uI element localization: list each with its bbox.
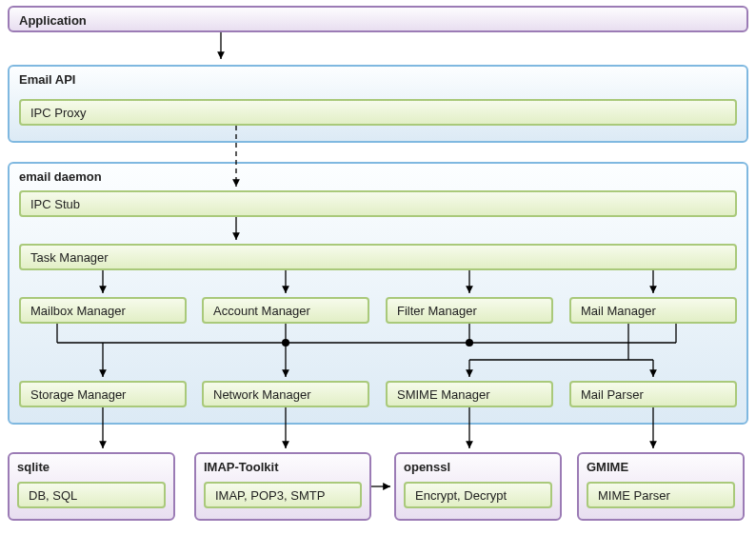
ipc-stub-label: IPC Stub <box>30 197 80 211</box>
gmime-inner-box: MIME Parser <box>587 482 735 508</box>
filter-manager-box: Filter Manager <box>386 297 553 324</box>
imap-toolkit-title: IMAP-Toolkit <box>204 460 278 474</box>
mail-manager-box: Mail Manager <box>569 297 737 324</box>
mail-parser-label: Mail Parser <box>581 387 644 402</box>
openssl-inner-box: Encrypt, Decrypt <box>404 482 552 508</box>
network-manager-box: Network Manager <box>202 381 369 407</box>
mail-manager-label: Mail Manager <box>581 304 656 318</box>
ipc-proxy-label: IPC Proxy <box>30 106 87 120</box>
gmime-inner-label: MIME Parser <box>598 488 670 503</box>
openssl-inner-label: Encrypt, Decrypt <box>415 488 507 503</box>
email-daemon-title: email daemon <box>19 169 737 184</box>
account-manager-box: Account Manager <box>202 297 369 324</box>
mailbox-manager-box: Mailbox Manager <box>19 297 187 324</box>
account-manager-label: Account Manager <box>213 304 310 318</box>
smime-manager-box: SMIME Manager <box>386 381 553 407</box>
sqlite-title: sqlite <box>17 460 50 474</box>
storage-manager-label: Storage Manager <box>30 387 126 402</box>
email-api-title: Email API <box>19 72 737 87</box>
network-manager-label: Network Manager <box>213 387 311 402</box>
application-box: Application <box>8 6 748 32</box>
task-manager-label: Task Manager <box>30 250 109 265</box>
filter-manager-label: Filter Manager <box>397 304 477 318</box>
gmime-title: GMIME <box>587 460 628 474</box>
ipc-stub-box: IPC Stub <box>19 190 737 217</box>
mailbox-manager-label: Mailbox Manager <box>30 304 126 318</box>
openssl-title: openssl <box>404 460 450 474</box>
task-manager-box: Task Manager <box>19 244 737 270</box>
imap-toolkit-inner-box: IMAP, POP3, SMTP <box>204 482 362 508</box>
sqlite-inner-label: DB, SQL <box>29 488 77 503</box>
storage-manager-box: Storage Manager <box>19 381 187 407</box>
sqlite-inner-box: DB, SQL <box>17 482 166 508</box>
smime-manager-label: SMIME Manager <box>397 387 490 402</box>
mail-parser-box: Mail Parser <box>569 381 737 407</box>
ipc-proxy-box: IPC Proxy <box>19 99 737 126</box>
imap-toolkit-inner-label: IMAP, POP3, SMTP <box>215 488 325 503</box>
application-label: Application <box>19 13 87 28</box>
